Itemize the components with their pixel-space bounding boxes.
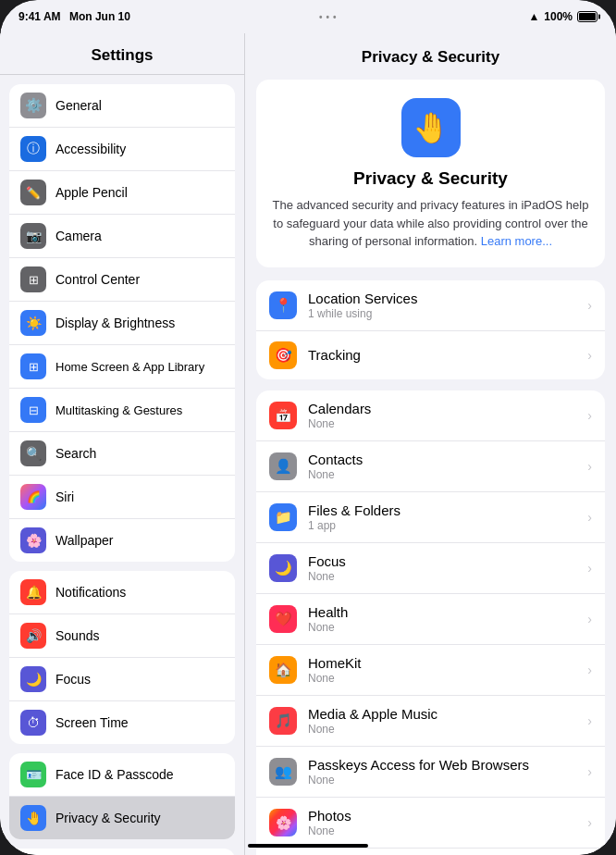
- privacy-label: Privacy & Security: [55, 811, 224, 825]
- sidebar-item-wallpaper[interactable]: 🌸 Wallpaper: [9, 519, 235, 562]
- sidebar-item-search[interactable]: 🔍 Search: [9, 432, 235, 476]
- files-folders-subtitle: 1 app: [308, 519, 576, 532]
- sidebar-item-general[interactable]: ⚙️ General: [9, 84, 235, 128]
- contacts-icon: 👤: [269, 452, 297, 480]
- device-frame: 9:41 AM Mon Jun 10 ••• ▲ 100% Settings ⚙…: [0, 0, 616, 855]
- wifi-icon: ▲: [528, 10, 539, 23]
- camera-icon: 📷: [20, 223, 46, 249]
- hero-description: The advanced security and privacy featur…: [271, 196, 590, 251]
- calendars-title: Calendars: [308, 401, 576, 416]
- health-row[interactable]: ❤️ Health None ›: [256, 594, 605, 645]
- tracking-row[interactable]: 🎯 Tracking ›: [256, 331, 605, 379]
- homekit-subtitle: None: [308, 672, 576, 685]
- search-label: Search: [55, 446, 224, 461]
- status-right: ▲ 100%: [528, 10, 598, 23]
- sidebar-item-siri[interactable]: 🌈 Siri: [9, 476, 235, 519]
- location-services-title: Location Services: [308, 291, 576, 306]
- screen-time-label: Screen Time: [55, 715, 224, 730]
- media-music-title: Media & Apple Music: [308, 706, 576, 722]
- face-id-label: Face ID & Passcode: [55, 767, 224, 782]
- learn-more-link[interactable]: Learn more...: [481, 234, 552, 248]
- sidebar-item-control-center[interactable]: ⊞ Control Center: [9, 258, 235, 302]
- home-screen-icon: ⊞: [20, 353, 46, 379]
- files-folders-row[interactable]: 📁 Files & Folders 1 app ›: [256, 492, 605, 543]
- calendars-icon: 📅: [269, 402, 297, 429]
- hero-title: Privacy & Security: [271, 168, 590, 189]
- focus-row-subtitle: None: [308, 570, 576, 583]
- health-chevron: ›: [587, 612, 592, 626]
- sidebar-title: Settings: [0, 33, 244, 75]
- location-services-chevron: ›: [587, 298, 592, 313]
- health-title: Health: [308, 604, 576, 620]
- apple-pencil-icon: ✏️: [20, 180, 46, 205]
- tracking-text: Tracking: [308, 347, 576, 363]
- media-music-text: Media & Apple Music None: [308, 706, 576, 736]
- sidebar-item-camera[interactable]: 📷 Camera: [9, 215, 235, 258]
- location-services-row[interactable]: 📍 Location Services 1 while using ›: [256, 280, 605, 331]
- home-screen-label: Home Screen & App Library: [55, 360, 224, 374]
- status-time: 9:41 AM Mon Jun 10: [18, 10, 130, 23]
- sidebar-scroll[interactable]: ⚙️ General ⓘ Accessibility ✏️ Apple Penc…: [0, 75, 244, 855]
- homekit-row[interactable]: 🏠 HomeKit None ›: [256, 645, 605, 696]
- sidebar-item-multitasking[interactable]: ⊟ Multitasking & Gestures: [9, 389, 235, 432]
- notifications-icon: 🔔: [20, 579, 46, 605]
- sidebar-item-face-id[interactable]: 🪪 Face ID & Passcode: [9, 753, 235, 797]
- search-icon: 🔍: [20, 440, 46, 466]
- status-bar: 9:41 AM Mon Jun 10 ••• ▲ 100%: [0, 0, 616, 33]
- focus-row[interactable]: 🌙 Focus None ›: [256, 543, 605, 594]
- hero-icon-emoji: 🤚: [413, 110, 450, 145]
- files-folders-chevron: ›: [587, 510, 592, 525]
- sidebar-item-focus[interactable]: 🌙 Focus: [9, 658, 235, 701]
- calendars-row[interactable]: 📅 Calendars None ›: [256, 390, 605, 441]
- privacy-icon: 🤚: [20, 805, 46, 831]
- sidebar-item-privacy[interactable]: 🤚 Privacy & Security: [9, 797, 235, 839]
- media-music-row[interactable]: 🎵 Media & Apple Music None ›: [256, 696, 605, 747]
- tracking-chevron: ›: [587, 348, 592, 363]
- passkeys-row[interactable]: 👥 Passkeys Access for Web Browsers None …: [256, 747, 605, 798]
- calendars-text: Calendars None: [308, 401, 576, 430]
- time: 9:41 AM: [18, 10, 61, 23]
- passkeys-chevron: ›: [587, 764, 592, 779]
- wallpaper-label: Wallpaper: [55, 533, 224, 548]
- photos-icon: 🌸: [269, 809, 297, 836]
- display-icon: ☀️: [20, 310, 46, 336]
- sounds-label: Sounds: [55, 628, 224, 643]
- photos-subtitle: None: [308, 824, 576, 837]
- main-content: Settings ⚙️ General ⓘ Accessibility ✏️ A…: [0, 33, 616, 855]
- media-music-icon: 🎵: [269, 707, 297, 735]
- media-music-subtitle: None: [308, 723, 576, 736]
- sidebar-item-sounds[interactable]: 🔊 Sounds: [9, 614, 235, 658]
- right-panel[interactable]: Privacy & Security 🤚 Privacy & Security …: [245, 33, 616, 855]
- battery-percent: 100%: [544, 10, 573, 23]
- control-center-label: Control Center: [55, 272, 224, 287]
- sidebar: Settings ⚙️ General ⓘ Accessibility ✏️ A…: [0, 33, 245, 855]
- control-center-icon: ⊞: [20, 266, 46, 292]
- focus-row-icon: 🌙: [269, 554, 297, 582]
- sidebar-item-notifications[interactable]: 🔔 Notifications: [9, 571, 235, 614]
- location-services-icon: 📍: [269, 291, 297, 319]
- multitasking-icon: ⊟: [20, 397, 46, 423]
- reminders-row[interactable]: 📋 Reminders None ›: [256, 849, 605, 856]
- contacts-row[interactable]: 👤 Contacts None ›: [256, 441, 605, 492]
- sidebar-item-apple-pencil[interactable]: ✏️ Apple Pencil: [9, 171, 235, 215]
- contacts-chevron: ›: [587, 459, 592, 474]
- passkeys-icon: 👥: [269, 758, 297, 786]
- focus-row-title: Focus: [308, 553, 576, 569]
- siri-icon: 🌈: [20, 484, 46, 510]
- photos-row[interactable]: 🌸 Photos None ›: [256, 798, 605, 849]
- sidebar-group-3: 🪪 Face ID & Passcode 🤚 Privacy & Securit…: [9, 753, 235, 839]
- sidebar-item-accessibility[interactable]: ⓘ Accessibility: [9, 128, 235, 171]
- calendars-subtitle: None: [308, 417, 576, 430]
- notifications-label: Notifications: [55, 585, 224, 600]
- right-panel-title: Privacy & Security: [256, 48, 605, 67]
- files-folders-title: Files & Folders: [308, 502, 576, 518]
- general-icon: ⚙️: [20, 93, 46, 118]
- homekit-icon: 🏠: [269, 656, 297, 684]
- sidebar-item-display[interactable]: ☀️ Display & Brightness: [9, 302, 235, 345]
- photos-chevron: ›: [587, 815, 592, 830]
- sidebar-item-app-store[interactable]: Ⓐ App Store: [9, 849, 235, 855]
- media-music-chevron: ›: [587, 713, 592, 728]
- passkeys-title: Passkeys Access for Web Browsers: [308, 757, 576, 773]
- sidebar-item-home-screen[interactable]: ⊞ Home Screen & App Library: [9, 345, 235, 389]
- sidebar-item-screen-time[interactable]: ⏱ Screen Time: [9, 701, 235, 744]
